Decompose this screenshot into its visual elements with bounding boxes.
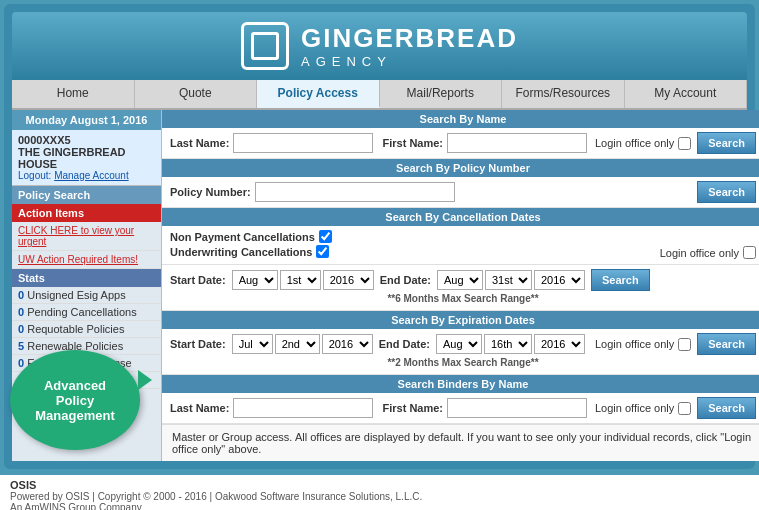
search-by-name-button[interactable]: Search: [697, 132, 756, 154]
tab-quote[interactable]: Quote: [135, 80, 258, 108]
exp-start-day[interactable]: 2nd: [275, 334, 320, 354]
search-by-policy-button[interactable]: Search: [697, 181, 756, 203]
last-name-group: Last Name:: [170, 133, 376, 153]
exp-range-note: **2 Months Max Search Range**: [170, 355, 756, 370]
tab-policy-access[interactable]: Policy Access: [257, 80, 380, 108]
policy-number-input[interactable]: [255, 182, 455, 202]
binder-last-name-label: Last Name:: [170, 402, 229, 414]
search-by-cancellation-header: Search By Cancellation Dates: [162, 208, 759, 226]
tab-my-account[interactable]: My Account: [625, 80, 748, 108]
stat-pending-cancel: 0 Pending Cancellations: [12, 304, 161, 321]
exp-end-date: Aug 16th 2016: [436, 334, 585, 354]
logo-box: [241, 22, 289, 70]
exp-start-label: Start Date:: [170, 338, 226, 350]
search-binders-button[interactable]: Search: [697, 397, 756, 419]
exp-end-year[interactable]: 2016: [534, 334, 585, 354]
login-office-checkbox-binder[interactable]: [678, 402, 691, 415]
stats-title: Stats: [12, 269, 161, 287]
login-office-label-binder: Login office only: [595, 402, 674, 414]
underwriting-label: Underwriting Cancellations: [170, 246, 312, 258]
search-by-name-header: Search By Name: [162, 110, 759, 128]
brand-sub: AGENCY: [301, 54, 518, 69]
last-name-input[interactable]: [233, 133, 373, 153]
main-content: Monday August 1, 2016 0000XXX5 THE GINGE…: [12, 110, 747, 461]
underwriting-checkbox[interactable]: [316, 245, 329, 258]
sidebar-account: 0000XXX5 THE GINGERBREAD HOUSE Logout: M…: [12, 130, 161, 186]
binder-first-name-label: First Name:: [382, 402, 443, 414]
binder-last-name-group: Last Name:: [170, 398, 376, 418]
cancel-start-day[interactable]: 1st: [280, 270, 321, 290]
tab-mail-reports[interactable]: Mail/Reports: [380, 80, 503, 108]
exp-start-month[interactable]: Jul: [232, 334, 273, 354]
underwriting-cancel-item: Underwriting Cancellations: [170, 245, 329, 258]
cancellations-options-row: Non Payment Cancellations Underwriting C…: [162, 226, 759, 265]
logout-link[interactable]: Logout: Manage Account: [18, 170, 155, 181]
advanced-policy-bubble: AdvancedPolicyManagement: [10, 350, 140, 450]
bottom-note: Master or Group access. All offices are …: [162, 424, 759, 461]
tab-forms-resources[interactable]: Forms/Resources: [502, 80, 625, 108]
sidebar: Monday August 1, 2016 0000XXX5 THE GINGE…: [12, 110, 162, 461]
login-office-label-exp: Login office only: [595, 338, 674, 350]
cancellation-dates-row: Start Date: Aug 1st 2016 End Date: Aug 3…: [162, 265, 759, 311]
login-office-label-cancel: Login office only: [660, 247, 739, 259]
search-by-expiration-button[interactable]: Search: [697, 333, 756, 355]
login-office-checkbox-1[interactable]: [678, 137, 691, 150]
footer-title: OSIS: [10, 479, 749, 491]
first-name-group: First Name:: [382, 133, 588, 153]
logo-icon: [251, 32, 279, 60]
policy-number-group: Policy Number:: [170, 182, 691, 202]
exp-end-label: End Date:: [379, 338, 430, 350]
cancel-end-year[interactable]: 2016: [534, 270, 585, 290]
search-by-policy-header: Search By Policy Number: [162, 159, 759, 177]
sidebar-date: Monday August 1, 2016: [12, 110, 161, 130]
account-id: 0000XXX5: [18, 134, 155, 146]
policy-search-title: Policy Search: [12, 186, 161, 204]
exp-start-year[interactable]: 2016: [322, 334, 373, 354]
exp-end-day[interactable]: 16th: [484, 334, 532, 354]
search-binders-row: Last Name: First Name: Login office only…: [162, 393, 759, 424]
header-text: GINGERBREAD AGENCY: [301, 23, 518, 69]
cancel-start-label: Start Date:: [170, 274, 226, 286]
footer: OSIS Powered by OSIS | Copyright © 2000 …: [0, 473, 759, 510]
non-payment-label: Non Payment Cancellations: [170, 231, 315, 243]
right-panel: Search By Name Last Name: First Name: Lo…: [162, 110, 759, 461]
binder-first-name-input[interactable]: [447, 398, 587, 418]
footer-info: Powered by OSIS | Copyright © 2000 - 201…: [10, 491, 749, 502]
cancel-end-date: Aug 31st 2016: [437, 270, 585, 290]
search-by-cancellation-button[interactable]: Search: [591, 269, 650, 291]
login-office-checkbox-exp[interactable]: [678, 338, 691, 351]
cancellation-start-end: Start Date: Aug 1st 2016 End Date: Aug 3…: [170, 269, 756, 291]
search-by-policy-row: Policy Number: Search: [162, 177, 759, 208]
last-name-label: Last Name:: [170, 137, 229, 149]
cancel-start-date: Aug 1st 2016: [232, 270, 374, 290]
cancel-start-month[interactable]: Aug: [232, 270, 278, 290]
exp-end-month[interactable]: Aug: [436, 334, 482, 354]
brand-name: GINGERBREAD: [301, 23, 518, 54]
non-payment-checkbox[interactable]: [319, 230, 332, 243]
cancel-start-year[interactable]: 2016: [323, 270, 374, 290]
search-binders-header: Search Binders By Name: [162, 375, 759, 393]
first-name-label: First Name:: [382, 137, 443, 149]
first-name-input[interactable]: [447, 133, 587, 153]
account-name: THE GINGERBREAD HOUSE: [18, 146, 155, 170]
login-office-checkbox-cancel[interactable]: [743, 246, 756, 259]
search-by-name-row: Last Name: First Name: Login office only…: [162, 128, 759, 159]
action-link-2[interactable]: UW Action Required Items!: [12, 251, 161, 269]
action-link-1[interactable]: CLICK HERE to view your urgent: [12, 222, 161, 251]
login-office-label-1: Login office only: [595, 137, 674, 149]
stat-requotable: 0 Requotable Policies: [12, 321, 161, 338]
tab-home[interactable]: Home: [12, 80, 135, 108]
header: GINGERBREAD AGENCY: [12, 12, 747, 80]
nav-tabs: Home Quote Policy Access Mail/Reports Fo…: [12, 80, 747, 110]
non-payment-cancel-item: Non Payment Cancellations: [170, 230, 756, 243]
adv-bubble-text: AdvancedPolicyManagement: [35, 378, 114, 423]
cancel-end-month[interactable]: Aug: [437, 270, 483, 290]
expiration-start-end: Start Date: Jul 2nd 2016 End Date: Aug 1…: [170, 333, 756, 355]
binder-last-name-input[interactable]: [233, 398, 373, 418]
search-by-expiration-header: Search By Expiration Dates: [162, 311, 759, 329]
cancel-end-day[interactable]: 31st: [485, 270, 532, 290]
footer-amwins: An AmWINS Group Company: [10, 502, 749, 510]
cancel-end-label: End Date:: [380, 274, 431, 286]
action-items-title: Action Items: [12, 204, 161, 222]
exp-start-date: Jul 2nd 2016: [232, 334, 373, 354]
